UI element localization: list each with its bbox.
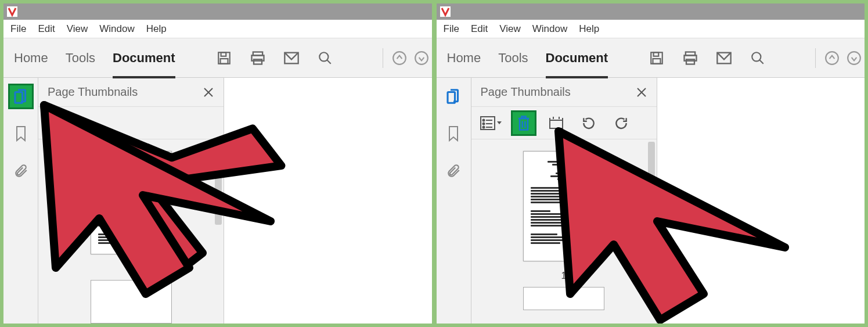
svg-rect-41: [550, 120, 563, 128]
menubar: File Edit View Window Help: [3, 20, 432, 38]
svg-point-35: [482, 123, 484, 124]
thumbnails-title: Page Thumbnails: [48, 85, 138, 99]
svg-point-28: [826, 52, 838, 64]
menubar: File Edit View Window Help: [437, 20, 865, 38]
page-thumbnail-1[interactable]: [523, 151, 604, 261]
page-thumbnail-2[interactable]: [523, 287, 604, 310]
navigation-strip: [3, 78, 38, 324]
print-icon[interactable]: [250, 50, 266, 66]
svg-point-29: [848, 52, 860, 64]
delete-page-icon[interactable]: [511, 110, 536, 136]
save-icon[interactable]: [216, 50, 232, 66]
tab-home[interactable]: Home: [14, 51, 48, 66]
svg-line-9: [327, 60, 331, 64]
menu-edit[interactable]: Edit: [38, 23, 55, 35]
svg-point-8: [319, 52, 328, 61]
main-toolbar: Home Tools Document: [3, 38, 432, 78]
attachments-icon[interactable]: [441, 158, 466, 184]
page-thumbnails-icon[interactable]: [441, 84, 466, 109]
content-body: Page Thumbnails: [437, 78, 865, 324]
email-icon[interactable]: [283, 50, 300, 66]
thumbnails-toolbar: [471, 107, 657, 139]
insert-page-icon[interactable]: [543, 110, 569, 136]
tab-document[interactable]: Document: [113, 51, 175, 78]
svg-point-37: [482, 126, 484, 128]
search-icon[interactable]: [750, 50, 766, 66]
menu-help[interactable]: Help: [579, 23, 599, 35]
page-thumbnails-icon[interactable]: [8, 84, 34, 109]
menu-view[interactable]: View: [67, 23, 88, 35]
menu-file[interactable]: File: [444, 23, 459, 35]
thumbnails-header: Page Thumbnails: [471, 78, 657, 107]
svg-point-10: [393, 52, 406, 64]
tab-home[interactable]: Home: [447, 51, 481, 66]
document-view: [657, 78, 865, 324]
svg-rect-21: [653, 59, 661, 64]
menu-edit[interactable]: Edit: [471, 23, 488, 35]
search-icon[interactable]: [317, 50, 333, 66]
svg-point-11: [415, 52, 428, 64]
attachments-icon[interactable]: [8, 158, 34, 184]
window-titlebar: [437, 3, 865, 20]
save-icon[interactable]: [649, 50, 665, 66]
page-thumbnail-2[interactable]: [91, 280, 172, 324]
window-titlebar: [3, 3, 432, 20]
page-down-icon[interactable]: [846, 50, 862, 66]
left-screenshot: File Edit View Window Help Home Tools Do…: [3, 3, 432, 324]
thumbnails-scrollbar[interactable]: [213, 139, 224, 324]
acrobat-app-icon: [440, 6, 451, 17]
navigation-strip: [437, 78, 471, 324]
thumbnails-list: 1: [471, 139, 657, 324]
menu-window[interactable]: Window: [532, 23, 567, 35]
svg-rect-3: [220, 59, 228, 64]
menu-window[interactable]: Window: [99, 23, 134, 35]
svg-rect-2: [221, 52, 226, 56]
content-body: Page Thumbnails: [3, 78, 432, 324]
page-thumbnail-1[interactable]: [91, 151, 172, 254]
svg-line-27: [759, 60, 763, 64]
page-number-label: 1: [561, 271, 567, 281]
close-icon[interactable]: [203, 87, 214, 98]
page-up-icon[interactable]: [824, 50, 840, 66]
options-dropdown-icon[interactable]: [50, 110, 75, 136]
menu-help[interactable]: Help: [146, 23, 167, 35]
menu-file[interactable]: File: [10, 23, 26, 35]
svg-point-33: [482, 119, 484, 121]
page-up-icon[interactable]: [391, 50, 408, 66]
svg-rect-20: [654, 52, 659, 56]
email-icon[interactable]: [716, 50, 732, 66]
thumbnails-header: Page Thumbnails: [38, 78, 224, 107]
document-view: [224, 78, 432, 324]
menu-view[interactable]: View: [499, 23, 521, 35]
rotate-ccw-icon[interactable]: [576, 110, 602, 136]
thumbnails-panel: Page Thumbnails: [471, 78, 657, 324]
acrobat-app-icon: [7, 6, 17, 17]
thumbnails-title: Page Thumbnails: [481, 85, 571, 99]
options-dropdown-icon[interactable]: [478, 110, 504, 136]
close-icon[interactable]: [636, 87, 647, 98]
thumbnails-scrollbar[interactable]: [646, 139, 657, 324]
tab-tools[interactable]: Tools: [498, 51, 528, 66]
bookmarks-icon[interactable]: [441, 121, 466, 146]
page-number-label: 1: [128, 264, 134, 274]
page-down-icon[interactable]: [413, 50, 430, 66]
right-screenshot: File Edit View Window Help Home Tools Do…: [437, 3, 865, 324]
tab-document[interactable]: Document: [546, 51, 608, 78]
main-toolbar: Home Tools Document: [437, 38, 865, 78]
print-icon[interactable]: [682, 50, 698, 66]
tab-tools[interactable]: Tools: [66, 51, 95, 66]
bookmarks-icon[interactable]: [8, 121, 34, 146]
thumbnails-toolbar: [38, 107, 224, 139]
thumbnails-list: 1: [38, 139, 224, 324]
thumbnails-panel: Page Thumbnails: [38, 78, 224, 324]
svg-point-26: [752, 52, 761, 61]
rotate-cw-icon[interactable]: [608, 110, 634, 136]
